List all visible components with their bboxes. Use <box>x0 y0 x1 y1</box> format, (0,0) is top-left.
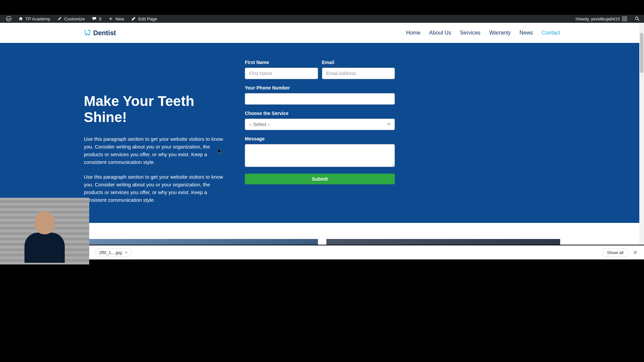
svg-line-2 <box>638 19 639 21</box>
hero-section: Make Your Teeth Shine! Use this paragrap… <box>0 43 644 223</box>
comment-count: 0 <box>99 16 101 21</box>
phone-input[interactable] <box>245 93 395 105</box>
user-avatar <box>622 16 627 21</box>
pencil-icon <box>131 16 136 21</box>
wordpress-icon <box>6 16 11 21</box>
download-filename: 2f6f_1....jpg <box>99 250 122 255</box>
first-name-label: First Name <box>245 60 318 65</box>
nav-item-services[interactable]: Services <box>460 30 480 36</box>
main-nav: HomeAbout UsServicesWarrantyNewsContact <box>406 30 560 36</box>
site-name-label: TP Academy <box>25 16 50 21</box>
customize-menu[interactable]: Customize <box>53 15 88 23</box>
new-label: New <box>115 16 124 21</box>
contact-form: First Name Email Your Phone Number Choos… <box>245 60 395 223</box>
site-logo[interactable]: Dentist <box>84 29 116 37</box>
new-content-menu[interactable]: New <box>105 15 127 23</box>
nav-item-news[interactable]: News <box>520 30 533 36</box>
edit-page-menu[interactable]: Edit Page <box>127 15 160 23</box>
hero-paragraph-2: Use this paragraph section to get your w… <box>84 173 228 204</box>
customize-label: Customize <box>64 16 85 21</box>
message-textarea[interactable] <box>245 144 395 167</box>
webcam-overlay <box>0 198 89 264</box>
gallery-image-2 <box>326 239 560 245</box>
edit-page-label: Edit Page <box>138 16 157 21</box>
nav-item-warranty[interactable]: Warranty <box>489 30 511 36</box>
vertical-scrollbar[interactable] <box>639 23 644 245</box>
search-toggle[interactable] <box>633 15 641 23</box>
comment-icon <box>92 16 97 21</box>
gallery-image-1 <box>84 239 318 245</box>
logo-text: Dentist <box>93 29 116 37</box>
nav-item-contact[interactable]: Contact <box>542 30 560 36</box>
image-gallery-row <box>84 239 560 245</box>
plus-icon <box>108 16 113 21</box>
site-header: Dentist HomeAbout UsServicesWarrantyNews… <box>0 23 644 43</box>
hero-title: Make Your Teeth Shine! <box>84 93 228 126</box>
submit-button[interactable]: Submit <box>245 174 395 184</box>
email-input[interactable] <box>322 68 395 79</box>
nav-item-about-us[interactable]: About Us <box>429 30 451 36</box>
close-icon <box>633 250 637 254</box>
site-name-menu[interactable]: TP Academy <box>15 15 53 23</box>
close-shelf-button[interactable] <box>632 249 639 256</box>
show-all-button[interactable]: Show all <box>603 248 628 257</box>
search-icon <box>635 16 640 21</box>
hero-paragraph-1: Use this paragraph section to get your w… <box>84 135 228 166</box>
tooth-icon <box>84 29 91 37</box>
scrollbar-thumb[interactable] <box>640 33 643 73</box>
service-label: Choose the Service <box>245 111 395 116</box>
service-select[interactable]: – Select – <box>245 119 395 130</box>
wp-logo-menu[interactable] <box>3 15 15 23</box>
svg-point-1 <box>635 17 638 19</box>
brush-icon <box>57 16 62 21</box>
first-name-input[interactable] <box>245 68 318 79</box>
user-account-menu[interactable]: Howdy, yexidikuja8415 <box>572 15 631 23</box>
email-label: Email <box>322 60 395 65</box>
home-icon <box>18 16 23 21</box>
howdy-text: Howdy, yexidikuja8415 <box>576 16 620 21</box>
wp-admin-bar: TP Academy Customize 0 New Edit Page <box>0 15 644 23</box>
browser-download-shelf: 2f6f_1....jpg Show all <box>89 245 644 259</box>
download-item[interactable]: 2f6f_1....jpg <box>95 248 132 257</box>
message-label: Message <box>245 136 395 141</box>
comments-menu[interactable]: 0 <box>88 15 105 23</box>
chevron-up-icon <box>124 250 128 255</box>
phone-label: Your Phone Number <box>245 85 395 90</box>
nav-item-home[interactable]: Home <box>406 30 421 36</box>
